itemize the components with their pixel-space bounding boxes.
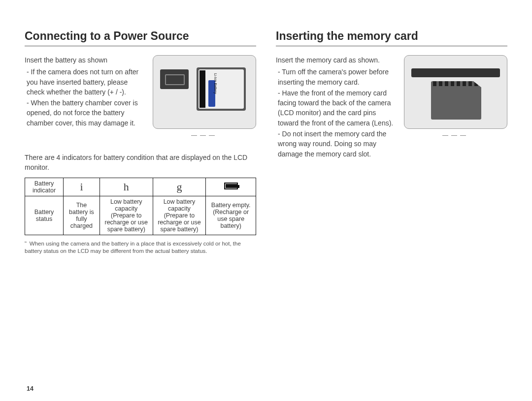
memory-bullet-1: Turn off the camera's power before inser… bbox=[278, 67, 397, 87]
memory-intro-row: Insert the memory card as shown. Turn of… bbox=[276, 55, 507, 160]
battery-bullet-2: When the battery chamber cover is opened… bbox=[27, 98, 146, 128]
footnote-text: When using the camera and the battery in… bbox=[25, 241, 241, 254]
battery-side-text: Li-Ion Battery bbox=[214, 73, 217, 94]
battery-slot-icon bbox=[160, 69, 189, 89]
battery-one-third-icon: g bbox=[176, 181, 182, 193]
status-cell-3: Low battery capacity (Prepare to recharg… bbox=[153, 196, 206, 235]
memory-illus-caption: ——— bbox=[404, 132, 507, 139]
right-column: Inserting the memory card Insert the mem… bbox=[276, 30, 507, 391]
left-column: Connecting to a Power Source Insert the … bbox=[25, 30, 256, 391]
page-number: 14 bbox=[27, 385, 33, 392]
table-header-status: Battery status bbox=[25, 196, 64, 235]
footnote-marker: ˜ bbox=[25, 241, 27, 247]
table-row: Battery indicator i h g bbox=[25, 178, 256, 196]
battery-illustration-box: Li-Ion Battery bbox=[153, 55, 256, 129]
battery-two-thirds-icon: h bbox=[124, 181, 129, 193]
section-title-memory: Inserting the memory card bbox=[276, 30, 507, 46]
battery-illustration: Li-Ion Battery ——— bbox=[153, 55, 256, 139]
card-slot-icon bbox=[411, 68, 500, 77]
section-title-power: Connecting to a Power Source bbox=[25, 30, 256, 46]
indicator-cell-3: g bbox=[153, 178, 206, 196]
status-cell-2: Low battery capacity (Prepare to recharg… bbox=[100, 196, 153, 235]
battery-stripe-icon bbox=[200, 70, 205, 108]
indicator-cell-4 bbox=[206, 178, 256, 196]
battery-footnote: ˜When using the camera and the battery i… bbox=[25, 240, 256, 255]
memory-illustration: ——— bbox=[404, 55, 507, 160]
battery-bullet-1: If the camera does not turn on after you… bbox=[27, 67, 146, 97]
table-row: Battery status The battery is fully char… bbox=[25, 196, 256, 235]
table-header-indicator: Battery indicator bbox=[25, 178, 64, 196]
battery-indicator-intro: There are 4 indicators for battery condi… bbox=[25, 153, 256, 173]
memory-illustration-box bbox=[404, 55, 507, 129]
memory-bullet-2: Have the front of the memory card facing… bbox=[278, 88, 397, 128]
battery-full-icon: i bbox=[80, 181, 83, 193]
sd-card-icon bbox=[431, 81, 481, 120]
indicator-cell-1: i bbox=[64, 178, 100, 196]
status-cell-1: The battery is fully charged bbox=[64, 196, 100, 235]
battery-lead: Insert the battery as shown bbox=[25, 55, 146, 65]
status-cell-4: Battery empty. (Recharge or use spare ba… bbox=[206, 196, 256, 235]
memory-lead: Insert the memory card as shown. bbox=[276, 55, 397, 65]
battery-illus-caption: ——— bbox=[153, 132, 256, 139]
memory-bullet-3: Do not insert the memory card the wrong … bbox=[278, 129, 397, 159]
battery-intro-row: Insert the battery as shown If the camer… bbox=[25, 55, 256, 139]
indicator-cell-2: h bbox=[100, 178, 153, 196]
battery-empty-icon bbox=[224, 183, 238, 191]
memory-intro-text: Insert the memory card as shown. Turn of… bbox=[276, 55, 397, 160]
battery-indicator-table: Battery indicator i h g Battery status bbox=[25, 178, 256, 235]
battery-intro-text: Insert the battery as shown If the camer… bbox=[25, 55, 146, 139]
